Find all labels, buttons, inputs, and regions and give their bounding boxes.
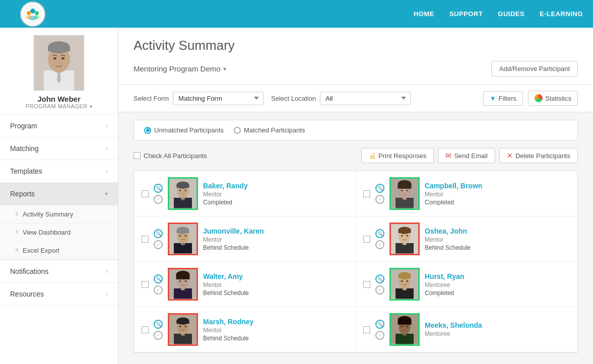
participant-checkbox[interactable] [363,190,370,197]
svg-point-40 [179,235,181,237]
statistics-icon [535,94,543,102]
magnify-icon[interactable]: 🔍 [154,184,163,193]
participant-info: Hurst, Ryan Mentoree Completed [425,272,570,297]
participant-icons: 🔍 ✓ [154,274,163,295]
svg-point-3 [35,11,39,15]
printer-icon: 🖨 [369,152,376,160]
magnify-icon[interactable]: 🔍 [154,229,163,238]
participant-photo [389,268,420,301]
participant-icons: 🔍 ✓ [375,320,384,340]
sub-item-icon [15,211,19,217]
logo [10,0,55,28]
nav-home[interactable]: HOME [414,10,434,18]
svg-rect-48 [398,231,411,233]
sidebar-item-matching[interactable]: Matching › [0,137,118,160]
actions-bar: Check All Participants 🖨 Print Responses… [134,148,578,163]
participant-name[interactable]: Jumonville, Karen [203,227,348,235]
radio-unmatched[interactable]: Unmatched Participants [144,126,224,134]
main-layout: John Weber PROGRAM MANAGER ▾ Program › M… [0,28,593,364]
participant-checkbox[interactable] [142,236,149,243]
participant-icons: 🔍 ✓ [375,274,384,295]
participant-role: Mentor [425,191,570,198]
participant-icons: 🔍 ✓ [154,184,163,204]
select-location-dropdown[interactable]: All [320,92,411,105]
send-email-button[interactable]: ✉ Send Email [438,148,495,163]
participant-checkbox[interactable] [363,236,370,243]
check-circle-icon: ✓ [375,285,384,295]
chevron-icon: › [106,168,108,175]
delete-participants-button[interactable]: ✕ Delete Participants [499,148,578,163]
print-responses-button[interactable]: 🖨 Print Responses [361,148,434,163]
statistics-button[interactable]: Statistics [528,91,578,106]
check-circle-icon: ✓ [154,331,163,340]
participant-row: 🔍 ✓ Baker, Randy Mentor Completed [134,171,356,216]
select-form-dropdown[interactable]: Matching Form [173,92,263,105]
svg-point-1 [30,9,35,14]
participant-info: Walter, Amy Mentor Behind Schedule [203,272,348,297]
participant-info: Campbell, Brown Mentor Completed [425,182,570,206]
sidebar-item-templates[interactable]: Templates › [0,160,118,183]
svg-point-50 [407,235,409,237]
sub-item-activity-summary[interactable]: Activity Summary [0,205,118,224]
check-circle-icon: ✓ [154,240,163,249]
participant-row: 🔍 ✓ Campbell, Brown Mentor Completed [356,171,577,216]
reports-submenu: Activity Summary View Dashboard Excel Ex… [0,205,118,260]
svg-rect-22 [176,185,189,188]
sub-item-view-dashboard[interactable]: View Dashboard [0,224,118,242]
filters-button[interactable]: ▼ Filters [483,91,523,106]
sub-item-icon [15,230,19,235]
check-all-label[interactable]: Check All Participants [134,152,207,160]
magnify-icon[interactable]: 🔍 [375,320,384,329]
svg-point-23 [179,190,181,191]
nav-support[interactable]: SUPPORT [449,10,483,18]
participant-checkbox[interactable] [142,190,149,197]
participant-role: Mentoree [425,281,570,288]
magnify-icon[interactable]: 🔍 [375,274,384,283]
participant-photo [168,177,198,210]
participant-name[interactable]: Campbell, Brown [425,182,570,190]
participant-checkbox[interactable] [142,281,149,288]
magnify-icon[interactable]: 🔍 [375,229,384,238]
participant-name[interactable]: Meeks, Shelonda [425,321,570,329]
magnify-icon[interactable]: 🔍 [154,320,163,329]
sidebar-item-notifications[interactable]: Notifications › [0,260,118,283]
radio-matched-circle [234,127,241,134]
participant-info: Oshea, John Mentor Behind Schedule [425,227,570,251]
participant-photo [389,313,420,346]
sidebar-item-reports[interactable]: Reports ▾ [0,183,118,205]
magnify-icon[interactable]: 🔍 [375,184,384,193]
nav-guides[interactable]: GUIDES [498,10,524,18]
participant-name[interactable]: Hurst, Ryan [425,272,570,280]
participant-name[interactable]: Oshea, John [425,227,570,235]
participant-role: Mentor [425,236,570,243]
main-header: Activity Summary Mentoring Program Demo … [118,28,593,85]
participant-checkbox[interactable] [142,326,149,333]
participant-role: Mentor [203,191,348,198]
program-name[interactable]: Mentoring Program Demo ▾ [134,64,226,73]
sidebar-item-resources[interactable]: Resources › [0,283,118,306]
magnify-icon[interactable]: 🔍 [154,274,163,283]
svg-rect-39 [176,231,189,233]
participant-name[interactable]: Walter, Amy [203,272,348,280]
filters-bar: Select Form Matching Form Select Locatio… [118,85,593,112]
add-participant-button[interactable]: Add/Remove Participant [491,61,578,77]
user-role[interactable]: PROGRAM MANAGER ▾ [26,103,93,109]
program-dropdown-icon: ▾ [223,65,226,72]
participant-name[interactable]: Marsh, Rodney [203,318,348,326]
sub-item-excel-export[interactable]: Excel Export [0,242,118,260]
svg-point-15 [53,57,56,59]
participant-checkbox[interactable] [363,326,370,333]
nav-elearning[interactable]: E-LEARNING [540,10,583,18]
check-all-checkbox[interactable] [134,152,141,159]
participant-status: Completed [425,289,570,297]
sidebar: John Weber PROGRAM MANAGER ▾ Program › M… [0,28,118,364]
radio-matched[interactable]: Matched Participants [234,126,305,134]
avatar [34,35,84,91]
svg-rect-31 [398,184,412,189]
user-profile: John Weber PROGRAM MANAGER ▾ [0,28,118,115]
participant-name[interactable]: Baker, Randy [203,182,348,190]
sidebar-item-program[interactable]: Program › [0,115,118,137]
logo-icon [20,2,45,27]
participant-checkbox[interactable] [363,281,370,288]
content-area: Unmatched Participants Matched Participa… [118,112,593,360]
